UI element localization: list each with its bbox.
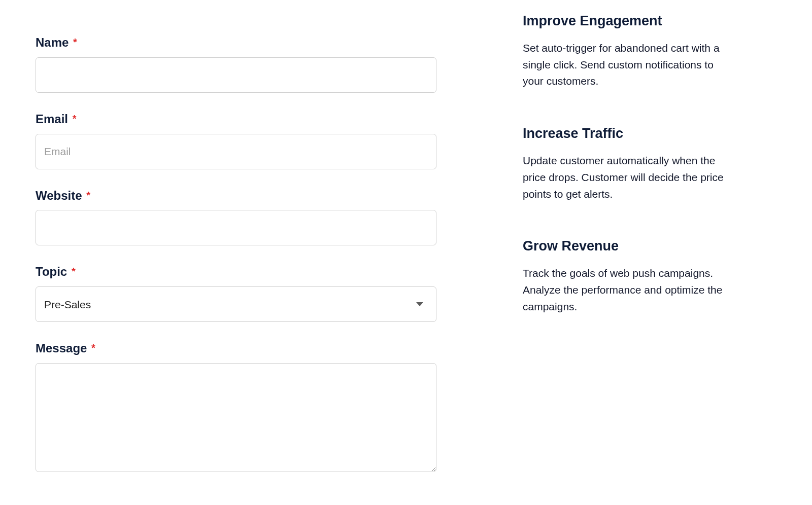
page-content: Name * Email * Website * Topic * bbox=[0, 0, 812, 484]
website-input[interactable] bbox=[36, 210, 436, 245]
topic-select[interactable]: Pre-Sales bbox=[36, 286, 436, 322]
required-asterisk: * bbox=[73, 37, 77, 48]
email-input[interactable] bbox=[36, 134, 436, 169]
sidebar-block-engagement: Improve Engagement Set auto-trigger for … bbox=[523, 13, 731, 90]
website-label-text: Website bbox=[36, 189, 82, 202]
sidebar-block-text: Track the goals of web push campaigns. A… bbox=[523, 265, 731, 315]
sidebar: Improve Engagement Set auto-trigger for … bbox=[523, 0, 731, 350]
topic-label-text: Topic bbox=[36, 265, 67, 278]
field-topic: Topic * Pre-Sales bbox=[36, 265, 436, 322]
email-label-text: Email bbox=[36, 112, 68, 126]
field-email: Email * bbox=[36, 112, 436, 169]
topic-select-wrap: Pre-Sales bbox=[36, 286, 436, 322]
sidebar-block-title: Grow Revenue bbox=[523, 238, 731, 254]
message-label-text: Message bbox=[36, 341, 87, 355]
field-website: Website * bbox=[36, 189, 436, 246]
sidebar-block-text: Set auto-trigger for abandoned cart with… bbox=[523, 40, 731, 90]
message-label: Message * bbox=[36, 341, 436, 356]
name-input[interactable] bbox=[36, 57, 436, 93]
required-asterisk: * bbox=[86, 190, 90, 201]
name-label: Name * bbox=[36, 35, 436, 50]
required-asterisk: * bbox=[91, 342, 95, 353]
sidebar-block-title: Increase Traffic bbox=[523, 125, 731, 141]
field-message: Message * bbox=[36, 341, 436, 474]
sidebar-block-revenue: Grow Revenue Track the goals of web push… bbox=[523, 238, 731, 315]
website-label: Website * bbox=[36, 189, 436, 203]
topic-label: Topic * bbox=[36, 265, 436, 279]
field-name: Name * bbox=[36, 35, 436, 93]
sidebar-block-text: Update customer automatically when the p… bbox=[523, 153, 731, 202]
sidebar-block-title: Improve Engagement bbox=[523, 13, 731, 29]
required-asterisk: * bbox=[73, 113, 77, 124]
message-textarea[interactable] bbox=[36, 363, 436, 472]
contact-form: Name * Email * Website * Topic * bbox=[36, 0, 436, 484]
name-label-text: Name bbox=[36, 35, 69, 49]
email-label: Email * bbox=[36, 112, 436, 127]
required-asterisk: * bbox=[72, 266, 76, 277]
sidebar-block-traffic: Increase Traffic Update customer automat… bbox=[523, 125, 731, 202]
